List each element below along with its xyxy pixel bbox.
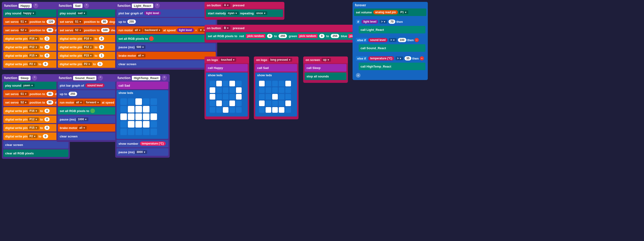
sound-happy-dd[interactable]: happy: [22, 11, 36, 15]
function-lightreact-group: function Light_React ⌃ plot bar graph of…: [115, 2, 217, 70]
stop-sounds-screen[interactable]: stop all sounds: [304, 73, 346, 80]
soundreact-collapse-btn[interactable]: ⌃: [98, 75, 103, 81]
servo-s1-sad-val[interactable]: 80: [101, 20, 108, 24]
hightemp-name: HighTemp_React: [132, 76, 160, 80]
show-leds-logo-long[interactable]: show leds: [255, 73, 297, 117]
dw-p15-sad[interactable]: digital write pin P15 to 1: [58, 52, 124, 59]
set-volume-block[interactable]: set volume analog read pin P1: [354, 9, 426, 16]
event-logo-longpressed-header[interactable]: on logo long pressed: [254, 57, 298, 63]
dw-p15-pin-dd[interactable]: P15: [28, 54, 39, 57]
elseif-temp-remove[interactable]: −: [420, 56, 424, 61]
show-leds-hightemp[interactable]: show leds: [116, 90, 168, 139]
servo-s1-dd[interactable]: S1: [19, 20, 28, 24]
lightreact-name: Light_React: [132, 4, 153, 8]
start-melody-block[interactable]: start melody nyan repeating once: [206, 10, 283, 17]
sleep-name: Sleep: [18, 76, 30, 80]
set-servo-s2-sad[interactable]: set servo S2 position to 100 degrees: [58, 26, 124, 34]
set-servo-s1-sad[interactable]: set servo S1 position to 80 degrees: [58, 18, 124, 26]
hightemp-body: call Sad show leds: [115, 82, 170, 156]
up-to-val[interactable]: 255: [128, 20, 136, 24]
call-sad-logo[interactable]: call Sad: [255, 64, 297, 72]
run-motor-light[interactable]: run motor all backward at speed light le…: [116, 26, 216, 34]
rgb-red-circle[interactable]: [149, 36, 154, 41]
dw-p16-val[interactable]: 1: [44, 37, 50, 41]
led-grid-hightemp: [118, 97, 159, 137]
clear-rgb-sleep[interactable]: clear all RGB pixels: [3, 149, 68, 157]
servo-s2-sad-val[interactable]: 100: [101, 28, 110, 32]
call-sleep-screen[interactable]: call Sleep: [304, 64, 346, 72]
clear-screen-light[interactable]: clear screen: [116, 60, 216, 68]
event-screen-up-body: call Sleep stop all sounds: [303, 63, 348, 81]
sad-name: Sad: [73, 4, 82, 8]
elseif-temp-block: else if temperature (°C) > 35 then − cal…: [354, 54, 426, 71]
servo-s1-val[interactable]: 120: [46, 20, 55, 24]
dw-p16-sad[interactable]: digital write pin P16 to 0: [58, 35, 124, 42]
event-logo-touched-body: call Happy show leds: [204, 63, 249, 118]
forever-add-btn[interactable]: +: [356, 73, 360, 78]
servo-s2-dd[interactable]: S2: [19, 28, 28, 32]
forever-body: set volume analog read pin P1 if light l…: [352, 9, 428, 79]
servo-s2-val[interactable]: 60: [46, 28, 53, 32]
elseif-temp-then: call HighTemp_React: [355, 63, 426, 70]
brake-motor-light[interactable]: brake motor all: [116, 52, 216, 59]
event-logo-longpressed-group: on logo long pressed call Sad show leds: [254, 57, 298, 119]
function-lightreact-header[interactable]: function Light_React ⌃: [115, 2, 217, 10]
function-label: function: [4, 4, 17, 8]
dw-p2-val[interactable]: 0: [43, 62, 48, 66]
dw-p2-pin-dd[interactable]: P2: [28, 62, 37, 66]
pause-500-light[interactable]: pause (ms) 500: [116, 43, 216, 51]
sleep-collapse-btn[interactable]: ⌃: [32, 75, 37, 81]
canvas: function Happy ⌃ play sound happy set se…: [0, 0, 644, 241]
sad-collapse-btn[interactable]: ⌃: [84, 3, 89, 8]
happy-name: Happy: [18, 4, 32, 8]
elseif-sound-remove[interactable]: −: [414, 38, 419, 42]
event-button-a-header[interactable]: on button A pressed: [204, 2, 284, 9]
soundreact-name: Sound_React: [73, 76, 96, 80]
rgb-green-circle[interactable]: [90, 109, 95, 113]
call-lightreact-forever[interactable]: call Light_React: [359, 26, 426, 34]
hightemp-collapse-btn[interactable]: ⌃: [162, 75, 167, 81]
call-sad-hightemp[interactable]: call Sad: [116, 82, 168, 89]
function-hightemp-header[interactable]: function HighTemp_React ⌃: [115, 74, 170, 82]
lightreact-body: plot bar graph of light level up to 255 …: [115, 10, 217, 68]
light-level-val: light level: [144, 11, 161, 15]
elseif-sound-then: call Sound_React: [355, 44, 426, 52]
set-rgb-red-light[interactable]: set all RGB pixels to: [116, 35, 216, 42]
call-hightemp-forever[interactable]: call HighTemp_React: [359, 63, 426, 70]
happy-collapse-btn[interactable]: ⌃: [33, 3, 38, 8]
dw-p12-val[interactable]: 1: [44, 45, 50, 49]
up-to-255-light[interactable]: up to 255: [116, 18, 216, 26]
function-hightemp-group: function HighTemp_React ⌃ call Sad show …: [115, 74, 170, 158]
event-logo-touched-group: on logo touched call Happy show leds: [204, 57, 249, 119]
forever-group: forever set volume analog read pin P1 if…: [352, 2, 428, 80]
servo-s2-sad-dd[interactable]: S2: [74, 28, 83, 32]
dw-p12-pin-dd[interactable]: P12: [28, 45, 39, 49]
event-logo-longpressed-body: call Sad show leds: [254, 63, 298, 118]
sound-sad-dd[interactable]: sad: [76, 11, 87, 15]
show-number-hightemp[interactable]: show number temperature (°C): [116, 140, 168, 147]
event-logo-touched-header[interactable]: on logo touched: [204, 57, 249, 63]
function-label-sad: function: [59, 4, 72, 8]
dw-p16-pin-dd[interactable]: P16: [28, 37, 39, 41]
plot-bar-light[interactable]: plot bar graph of light level: [116, 10, 216, 17]
elseif-sound-block: else if sound level > 100 then − call So…: [354, 36, 426, 53]
pause-3000-hightemp[interactable]: pause (ms) 3000: [116, 148, 168, 156]
play-sound-sad[interactable]: play sound sad: [58, 10, 124, 17]
event-button-a-body: start melody nyan repeating once: [204, 9, 284, 18]
dw-p12-sad[interactable]: digital write pin P12 to 0: [58, 43, 124, 51]
clear-screen-sleep[interactable]: clear screen: [3, 141, 68, 148]
dw-p2-sad[interactable]: digital write pin P2 to 1: [58, 60, 124, 68]
lightreact-collapse-btn[interactable]: ⌃: [155, 3, 160, 8]
if-light-then: call Light_React: [355, 26, 426, 34]
led-grid-logo-long: [257, 79, 293, 115]
event-screen-up-header[interactable]: on screen up: [303, 57, 348, 63]
servo-s1-sad-dd[interactable]: S1: [74, 20, 83, 24]
sound-level-val: sound level: [85, 83, 104, 88]
show-leds-logo-touched[interactable]: show leds: [206, 73, 248, 117]
led-grid-logo-touched: [208, 79, 244, 115]
call-soundreact-forever[interactable]: call Sound_React: [359, 44, 426, 52]
event-button-a-group: on button A pressed start melody nyan re…: [204, 2, 284, 20]
dw-p15-val[interactable]: 0: [44, 53, 50, 58]
call-happy-logo[interactable]: call Happy: [206, 64, 248, 72]
event-screen-up-group: on screen up call Sleep stop all sounds: [303, 57, 348, 83]
